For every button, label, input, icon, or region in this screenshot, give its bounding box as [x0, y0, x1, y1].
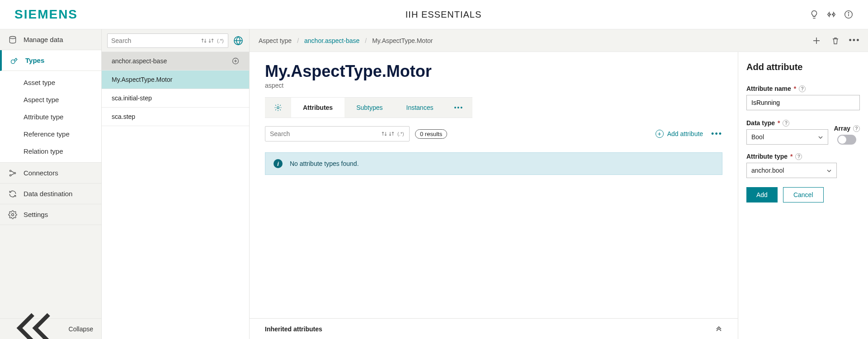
app-title: IIH ESSENTIALS [78, 9, 809, 20]
breadcrumb-sep: / [297, 37, 299, 44]
field-label-attrtype: Attribute type [746, 153, 788, 160]
inherited-attributes-bar[interactable]: Inherited attributes [250, 318, 738, 339]
svg-point-8 [12, 213, 14, 216]
svg-point-5 [9, 170, 11, 171]
attribute-name-input[interactable] [746, 95, 860, 110]
collapse-icon [8, 301, 62, 339]
nav-label: Connectors [24, 169, 58, 177]
nav-child-aspect-type[interactable]: Aspect type [0, 91, 101, 108]
page-subtitle: aspect [265, 82, 722, 89]
chevron-up-icon [715, 325, 722, 333]
more-icon[interactable]: ••• [850, 36, 859, 45]
list-item[interactable]: sca.step [102, 108, 249, 126]
field-label-datatype: Data type [746, 119, 775, 127]
nav-label: Types [25, 56, 44, 64]
add-icon[interactable] [812, 36, 821, 45]
globe-icon[interactable] [233, 35, 244, 46]
svg-point-2 [848, 13, 849, 13]
breadcrumb-item: Aspect type [259, 37, 292, 44]
nav-data-destination[interactable]: Data destination [0, 184, 101, 204]
left-nav: Manage data Types Asset type Aspect type… [0, 29, 102, 339]
svg-point-6 [9, 174, 11, 176]
type-search-box[interactable]: (.*) [107, 33, 228, 48]
tab-subtypes[interactable]: Subtypes [344, 98, 394, 118]
breadcrumb-current: My.AspectType.Motor [372, 37, 433, 44]
nav-connectors[interactable]: Connectors [0, 163, 101, 184]
svg-text:(.*): (.*) [397, 131, 404, 137]
svg-text:(.*): (.*) [217, 38, 224, 43]
nav-child-reference-type[interactable]: Reference type [0, 125, 101, 142]
svg-point-16 [277, 107, 279, 109]
attribute-type-select[interactable]: anchor.bool [746, 163, 837, 178]
panel-title: Add attribute [746, 62, 860, 72]
type-search-input[interactable] [111, 37, 201, 44]
database-icon [8, 35, 17, 44]
more-icon[interactable]: ••• [708, 129, 722, 139]
nav-label: Collapse [69, 325, 93, 333]
add-button[interactable]: Add [746, 187, 778, 202]
info-icon: i [274, 159, 283, 168]
svg-point-3 [9, 36, 15, 38]
breadcrumb-sep: / [365, 37, 367, 44]
tab-more[interactable]: ••• [445, 98, 472, 118]
add-attribute-panel: Add attribute Attribute name * ? Data ty [738, 52, 868, 339]
main-content: Aspect type / anchor.aspect-base / My.As… [250, 29, 868, 339]
breadcrumb: Aspect type / anchor.aspect-base / My.As… [250, 29, 868, 52]
plus-circle-icon[interactable] [232, 57, 239, 65]
feedback-icon[interactable] [826, 9, 836, 19]
types-icon [10, 56, 19, 65]
info-icon[interactable] [844, 9, 854, 19]
tab-attributes[interactable]: Attributes [291, 98, 344, 118]
chevron-down-icon [826, 168, 832, 173]
field-label-name: Attribute name [746, 85, 791, 92]
info-banner: i No attribute types found. [265, 152, 722, 175]
plus-circle-icon: + [656, 130, 664, 138]
required-marker: * [794, 85, 796, 92]
banner-text: No attribute types found. [290, 160, 359, 167]
nav-types[interactable]: Types [0, 50, 101, 71]
header: SIEMENS IIH ESSENTIALS [0, 0, 868, 29]
nav-child-relation-type[interactable]: Relation type [0, 142, 101, 160]
help-icon[interactable]: ? [795, 153, 802, 160]
add-attribute-button[interactable]: + Add attribute [656, 130, 703, 138]
chevron-down-icon [818, 134, 823, 140]
list-header-label: anchor.aspect-base [112, 57, 167, 65]
inherited-label: Inherited attributes [265, 325, 322, 333]
nav-settings[interactable]: Settings [0, 204, 101, 225]
trash-icon[interactable] [831, 36, 840, 45]
help-icon[interactable]: ? [783, 120, 789, 127]
nav-collapse[interactable]: Collapse [0, 318, 101, 339]
tabstrip: Attributes Subtypes Instances ••• [265, 97, 472, 118]
sync-icon [8, 189, 17, 198]
field-label-array: Array [834, 125, 850, 132]
search-tools-icon[interactable]: (.*) [201, 37, 224, 44]
required-marker: * [778, 119, 780, 127]
nav-label: Data destination [24, 190, 72, 198]
nav-manage-data[interactable]: Manage data [0, 29, 101, 50]
results-count: 0 results [415, 129, 447, 139]
lightbulb-icon[interactable] [809, 9, 819, 19]
tab-instances[interactable]: Instances [395, 98, 445, 118]
gear-icon [8, 210, 17, 219]
nav-child-attribute-type[interactable]: Attribute type [0, 108, 101, 125]
tab-settings-gear[interactable] [265, 98, 291, 118]
connectors-icon [8, 169, 17, 178]
required-marker: * [790, 153, 793, 160]
breadcrumb-link[interactable]: anchor.aspect-base [304, 37, 359, 44]
brand-logo: SIEMENS [14, 7, 78, 22]
cancel-button[interactable]: Cancel [783, 187, 824, 202]
list-item[interactable]: My.AspectType.Motor [102, 71, 249, 89]
help-icon[interactable]: ? [799, 85, 806, 92]
nav-child-asset-type[interactable]: Asset type [0, 74, 101, 91]
help-icon[interactable]: ? [853, 125, 860, 132]
datatype-select[interactable]: Bool [746, 129, 828, 145]
nav-label: Manage data [24, 36, 63, 43]
array-toggle[interactable] [837, 135, 856, 145]
list-item[interactable]: sca.initial-step [102, 89, 249, 108]
attribute-search-input[interactable] [270, 130, 381, 137]
page-title: My.AspectType.Motor [265, 62, 722, 81]
search-tools-icon[interactable]: (.*) [381, 130, 405, 137]
attribute-search-box[interactable]: (.*) [265, 126, 410, 141]
svg-point-7 [14, 172, 15, 174]
type-list-header[interactable]: anchor.aspect-base [102, 52, 249, 71]
